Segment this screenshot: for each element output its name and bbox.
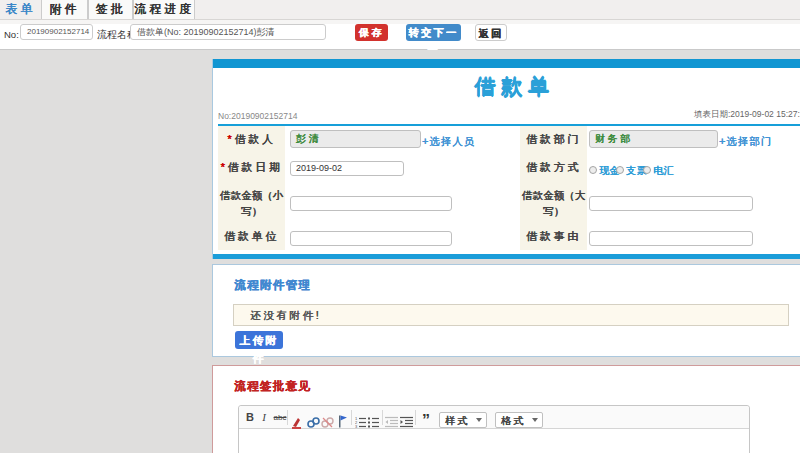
- svg-text:3: 3: [355, 424, 358, 429]
